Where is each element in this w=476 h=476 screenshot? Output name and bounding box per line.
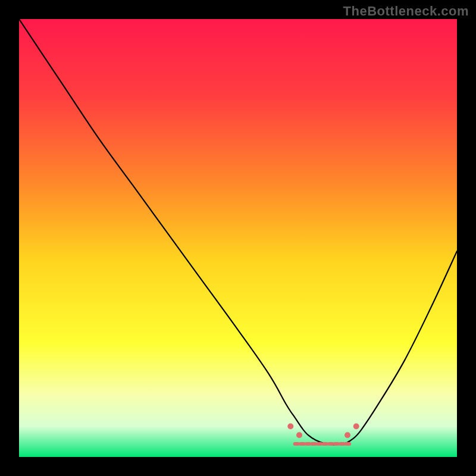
plot-svg (19, 19, 457, 457)
optimal-marker-dot (345, 432, 350, 438)
optimal-marker-dot (287, 424, 293, 430)
plot-area (19, 19, 457, 457)
optimal-marker-dot (296, 432, 302, 438)
watermark-text: TheBottleneck.com (343, 4, 469, 19)
chart-frame: TheBottleneck.com (0, 0, 476, 476)
optimal-marker-dot (353, 424, 359, 430)
gradient-background (19, 19, 457, 457)
